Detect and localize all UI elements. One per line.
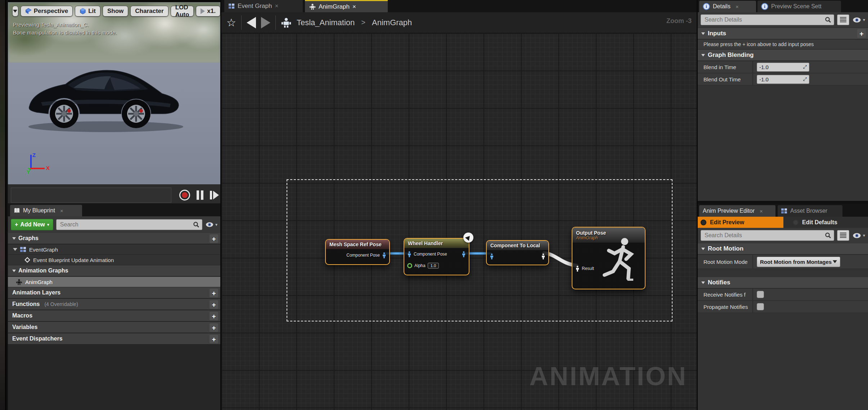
animation-layers-section-header[interactable]: Animation Layers +: [8, 287, 220, 299]
pose-pin-icon[interactable]: [490, 253, 494, 260]
close-icon[interactable]: ×: [736, 4, 739, 10]
root-motion-section-header[interactable]: Root Motion: [698, 243, 868, 255]
add-new-button[interactable]: + Add New ▾: [11, 219, 53, 230]
propagate-notifies-checkbox[interactable]: [757, 303, 764, 310]
animation-graphs-section-header[interactable]: Animation Graphs: [8, 265, 220, 277]
notifies-section-header[interactable]: Notifies: [698, 277, 868, 289]
lit-button[interactable]: Lit: [75, 6, 100, 17]
persona-icon: [281, 18, 292, 28]
node-header[interactable]: Mesh Space Ref Pose: [326, 240, 389, 249]
back-button[interactable]: [247, 17, 256, 28]
breadcrumb-root[interactable]: Tesla_Animation: [297, 18, 355, 27]
event-graph-label: EventGraph: [29, 247, 58, 253]
caret-down-icon: [13, 10, 17, 13]
my-blueprint-toolbar: + Add New ▾ ▾: [8, 216, 220, 233]
add-animation-layer-button[interactable]: +: [210, 289, 218, 297]
add-graph-button[interactable]: +: [210, 234, 218, 243]
add-event-dispatcher-button[interactable]: +: [210, 335, 218, 343]
anim-preview-tab-label: Anim Preview Editor: [703, 208, 755, 214]
close-icon[interactable]: ×: [60, 208, 63, 214]
record-button[interactable]: [179, 190, 190, 201]
variables-header-label: Variables: [12, 324, 37, 330]
property-matrix-button[interactable]: [837, 230, 849, 241]
tab-anim-graph[interactable]: AnimGraph ×: [305, 0, 388, 12]
node-header[interactable]: Wheel Handler: [404, 239, 469, 248]
property-matrix-button[interactable]: [837, 14, 849, 25]
column-divider[interactable]: [752, 61, 753, 73]
details-visibility-filter[interactable]: ▾: [852, 17, 865, 23]
anim-preview-search-input[interactable]: [701, 232, 824, 239]
node-mesh-space-ref-pose[interactable]: Mesh Space Ref Pose Component Pose: [325, 239, 390, 265]
macros-section-header[interactable]: Macros +: [8, 310, 220, 322]
root-motion-mode-dropdown[interactable]: Root Motion from Montages (: [757, 257, 840, 267]
lod-auto-button[interactable]: LOD Auto: [171, 6, 194, 17]
receive-notifies-checkbox[interactable]: [757, 291, 764, 298]
expand-arrow-icon: [701, 281, 705, 284]
details-search-input[interactable]: [701, 17, 824, 23]
pause-button[interactable]: [197, 190, 203, 200]
add-function-button[interactable]: +: [210, 300, 218, 309]
add-macro-button[interactable]: +: [210, 312, 218, 320]
node-wheel-handler[interactable]: Wheel Handler Component Pose Alpha 1.0: [404, 238, 469, 275]
pose-pin-icon[interactable]: [541, 253, 545, 260]
pose-pin-icon[interactable]: [575, 266, 580, 272]
close-icon[interactable]: ×: [352, 3, 356, 10]
tab-event-graph[interactable]: Event Graph ×: [224, 0, 303, 12]
pose-pin-icon: [382, 252, 386, 258]
edit-preview-toggle[interactable]: Edit Preview: [698, 217, 783, 228]
pose-pin-icon[interactable]: [407, 251, 411, 257]
column-divider[interactable]: [752, 289, 753, 300]
tab-asset-browser[interactable]: Asset Browser: [778, 205, 842, 217]
show-button[interactable]: Show: [103, 6, 128, 17]
list-item-anim-graph[interactable]: AnimGraph: [8, 277, 220, 287]
node-header[interactable]: Component To Local: [487, 241, 548, 250]
node-output-pose[interactable]: Output Pose AnimGraph Result: [572, 227, 646, 289]
graphs-section-header[interactable]: Graphs +: [8, 233, 220, 244]
node-component-to-local[interactable]: Component To Local: [486, 240, 549, 265]
add-variable-button[interactable]: +: [210, 323, 218, 332]
forward-button[interactable]: [261, 17, 270, 28]
tab-preview-scene-settings[interactable]: i Preview Scene Sett: [757, 1, 841, 12]
column-divider[interactable]: [752, 73, 753, 85]
graph-blending-section-header[interactable]: Graph Blending: [698, 50, 868, 61]
character-button[interactable]: Character: [130, 6, 168, 17]
alpha-pin-icon[interactable]: [407, 263, 412, 268]
graph-canvas[interactable]: ANIMATION Mesh Space Ref Pose Component …: [221, 33, 697, 410]
close-icon[interactable]: ×: [275, 3, 278, 10]
alpha-value-field[interactable]: 1.0: [428, 263, 439, 269]
tab-anim-preview-editor[interactable]: Anim Preview Editor ×: [699, 205, 775, 217]
viewport-options-button[interactable]: [12, 6, 18, 17]
functions-section-header[interactable]: Functions (4 Overridable) +: [8, 299, 220, 310]
timeline-bar[interactable]: [11, 188, 171, 203]
column-divider[interactable]: [752, 255, 753, 269]
list-item-event-update[interactable]: Event Blueprint Update Animation: [8, 255, 220, 265]
expand-arrow-icon[interactable]: [13, 248, 17, 251]
tab-my-blueprint[interactable]: My Blueprint ×: [10, 205, 82, 216]
blend-out-time-field[interactable]: -1.0 ⤢: [757, 75, 809, 84]
blend-in-time-field[interactable]: -1.0 ⤢: [757, 63, 809, 72]
breadcrumb-current[interactable]: AnimGraph: [372, 18, 412, 27]
favorite-star-icon[interactable]: ☆: [226, 17, 236, 28]
step-forward-button[interactable]: [210, 191, 219, 199]
panel-divider[interactable]: [698, 201, 868, 204]
close-icon[interactable]: ×: [760, 208, 763, 214]
pose-pin-icon[interactable]: [462, 251, 466, 257]
z-axis-line: [30, 155, 32, 168]
perspective-button[interactable]: Perspective: [21, 6, 73, 17]
playback-speed-button[interactable]: x1.: [196, 6, 220, 17]
caret-down-icon: ▾: [863, 233, 865, 238]
tab-details[interactable]: i Details ×: [699, 1, 756, 12]
y-axis-label: Y: [27, 169, 30, 175]
variables-section-header[interactable]: Variables +: [8, 322, 220, 333]
my-blueprint-search-input[interactable]: [57, 221, 193, 228]
preview-viewport[interactable]: Perspective Lit Show Character LOD Auto …: [8, 0, 220, 203]
add-input-pose-button[interactable]: +: [857, 29, 866, 38]
column-divider[interactable]: [752, 301, 753, 312]
list-item-event-graph[interactable]: EventGraph: [8, 244, 220, 255]
visibility-filter[interactable]: ▾: [205, 222, 217, 227]
graph-blending-header-label: Graph Blending: [708, 51, 754, 59]
event-dispatchers-section-header[interactable]: Event Dispatchers +: [8, 333, 220, 345]
edit-defaults-toggle[interactable]: Edit Defaults: [793, 219, 837, 226]
inputs-section-header[interactable]: Inputs +: [698, 28, 868, 40]
anim-preview-visibility-filter[interactable]: ▾: [852, 233, 865, 239]
